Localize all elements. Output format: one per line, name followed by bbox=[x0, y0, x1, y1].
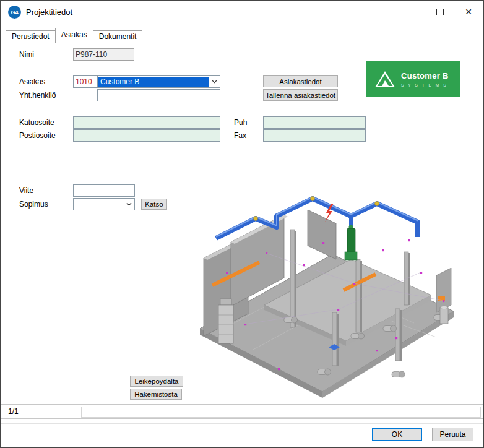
asiakas-label: Asiakas bbox=[19, 77, 45, 86]
postiosoite-label: Postiosoite bbox=[19, 131, 56, 140]
project-3d-preview bbox=[191, 184, 460, 402]
page-indicator: 1/1 bbox=[8, 407, 19, 416]
asiakas-code-input[interactable] bbox=[73, 75, 97, 88]
customer-logo: Customer B S Y S T E M S bbox=[366, 61, 460, 97]
logo-subtitle-text: S Y S T E M S bbox=[401, 83, 449, 87]
logo-mark-icon bbox=[374, 71, 395, 88]
katuosoite-label: Katuosoite bbox=[19, 118, 54, 127]
hakemistosta-button[interactable]: Hakemistosta bbox=[130, 389, 182, 400]
status-bar: 1/1 bbox=[1, 404, 484, 419]
katuosoite-input[interactable] bbox=[73, 116, 220, 129]
cad-3d-model-image bbox=[191, 184, 460, 402]
sopimus-selected-value bbox=[74, 199, 123, 209]
minimize-icon bbox=[404, 12, 411, 12]
puh-input[interactable] bbox=[263, 116, 366, 129]
tab-strip: Perustiedot Asiakas Dokumentit bbox=[6, 28, 480, 43]
logo-brand-text: Customer B bbox=[401, 71, 449, 80]
app-icon: G4 bbox=[8, 6, 21, 19]
yht-henkilo-label: Yht.henkilö bbox=[19, 91, 56, 100]
maximize-button[interactable] bbox=[430, 4, 450, 19]
status-panel bbox=[81, 407, 481, 418]
postiosoite-input[interactable] bbox=[73, 129, 220, 142]
nimi-label: Nimi bbox=[19, 50, 34, 59]
fax-label: Fax bbox=[234, 131, 246, 140]
bottom-separator bbox=[1, 423, 484, 424]
viite-label: Viite bbox=[19, 186, 33, 195]
window-title: Projektitiedot bbox=[26, 7, 72, 17]
tab-perustiedot[interactable]: Perustiedot bbox=[6, 30, 56, 43]
section-separator bbox=[6, 160, 480, 162]
minimize-button[interactable] bbox=[397, 4, 417, 19]
asiakas-selected-value: Customer B bbox=[98, 77, 209, 87]
tab-dokumentit[interactable]: Dokumentit bbox=[93, 30, 143, 43]
asiakastiedot-button[interactable]: Asiakastiedot bbox=[263, 75, 338, 87]
fax-input[interactable] bbox=[263, 129, 366, 142]
dropdown-arrow-icon[interactable] bbox=[123, 199, 134, 210]
katso-button[interactable]: Katso bbox=[141, 199, 167, 210]
maximize-icon bbox=[436, 9, 444, 15]
leikepoydalta-button[interactable]: Leikepöydältä bbox=[130, 376, 183, 387]
viite-input[interactable] bbox=[73, 184, 135, 197]
tallenna-asiakastiedot-button[interactable]: Tallenna asiakastiedot bbox=[263, 89, 338, 101]
yht-henkilo-input[interactable] bbox=[97, 89, 220, 101]
tab-asiakas[interactable]: Asiakas bbox=[55, 28, 93, 43]
puh-label: Puh bbox=[234, 118, 247, 127]
title-bar[interactable]: G4 Projektitiedot ✕ bbox=[1, 1, 483, 23]
sopimus-label: Sopimus bbox=[19, 200, 48, 209]
dropdown-arrow-icon[interactable] bbox=[209, 76, 220, 87]
asiakas-combobox[interactable]: Customer B bbox=[97, 75, 220, 88]
ok-button[interactable]: OK bbox=[372, 428, 422, 441]
peruuta-button[interactable]: Peruuta bbox=[432, 428, 473, 441]
nimi-input[interactable] bbox=[73, 48, 134, 61]
projektitiedot-dialog: G4 Projektitiedot ✕ Perustiedot Asiakas … bbox=[0, 0, 484, 448]
close-button[interactable]: ✕ bbox=[459, 4, 478, 19]
sopimus-combobox[interactable] bbox=[73, 198, 135, 210]
close-icon: ✕ bbox=[465, 7, 472, 16]
